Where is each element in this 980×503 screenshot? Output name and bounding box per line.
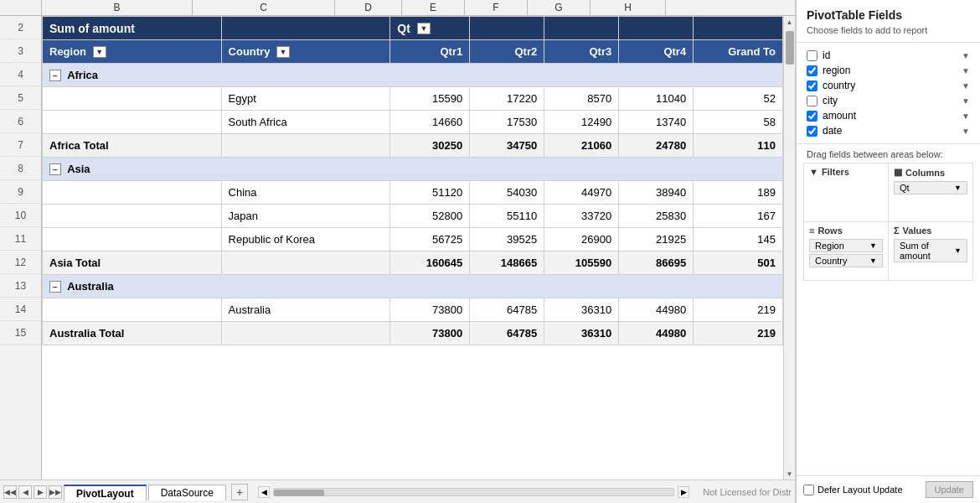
row-2: 2 [0, 16, 41, 39]
australia-qtr4: 44980 [619, 298, 694, 322]
field-id: id ▼ [807, 48, 970, 63]
field-city: city ▼ [807, 93, 970, 108]
columns-qt-chip[interactable]: Qt ▼ [894, 181, 967, 194]
field-date-checkbox[interactable] [807, 126, 818, 137]
scroll-up[interactable]: ▲ [784, 16, 796, 28]
japan-qtr2: 55110 [470, 205, 544, 228]
row-4: 4 [0, 63, 41, 86]
rows-country-chip[interactable]: Country ▼ [809, 254, 883, 267]
field-region-checkbox[interactable] [807, 65, 818, 76]
asia-total-row: Asia Total 160645 148665 105590 86695 50… [43, 252, 783, 275]
defer-label: Defer Layout Update [818, 485, 903, 495]
field-id-checkbox[interactable] [807, 50, 818, 61]
region-chip-dropdown[interactable]: ▼ [869, 241, 877, 250]
horizontal-scrollbar-area: ◀ ▶ [258, 486, 689, 498]
header-row: Region ▼ Country ▼ Qtr1 Qtr2 Qtr3 Qtr4 G… [43, 40, 783, 64]
field-city-dropdown[interactable]: ▼ [962, 96, 970, 106]
row-numbers: 2 3 4 5 6 7 8 9 10 11 12 13 14 15 [0, 16, 42, 480]
field-city-checkbox[interactable] [807, 96, 818, 106]
africa-total-qtr2: 34750 [470, 134, 544, 158]
australia-total-label: Australia Total [43, 322, 222, 345]
filters-icon: ▼ [809, 167, 818, 177]
asia-total-qtr3: 105590 [544, 252, 619, 275]
korea-row: Republic of Korea 56725 39525 26900 2192… [43, 228, 783, 252]
field-date-label: date [823, 125, 962, 137]
africa-expand[interactable]: − [49, 70, 61, 81]
qt-chip-dropdown[interactable]: ▼ [954, 184, 962, 192]
row-15: 15 [0, 321, 41, 345]
japan-country: Japan [221, 205, 390, 228]
tab-nav-next[interactable]: ▶ [34, 485, 47, 499]
col-b: B [42, 0, 193, 15]
vertical-scrollbar[interactable]: ▲ ▼ [783, 16, 795, 480]
australia-qtr2: 64785 [470, 298, 544, 322]
area-filters[interactable]: ▼ Filters [804, 163, 889, 222]
china-country: China [221, 181, 390, 205]
row-8: 8 [0, 157, 41, 180]
japan-gt: 167 [694, 205, 783, 228]
china-qtr1: 51120 [390, 181, 470, 205]
qtr2-header: Qtr2 [470, 40, 544, 64]
area-rows[interactable]: ≡ Rows Region ▼ Country ▼ [804, 222, 889, 281]
scroll-thumb[interactable] [786, 31, 794, 65]
pivot-title: Sum of amount [43, 17, 222, 40]
field-country-dropdown[interactable]: ▼ [962, 81, 970, 91]
japan-qtr3: 33720 [544, 205, 619, 228]
australia-total-qtr1: 73800 [390, 322, 470, 345]
row-3: 3 [0, 39, 41, 63]
country-dropdown[interactable]: ▼ [276, 46, 290, 58]
grand-total-header: Grand To [694, 40, 783, 64]
field-date-dropdown[interactable]: ▼ [962, 127, 970, 136]
defer-checkbox[interactable] [803, 485, 814, 495]
tab-nav-prev[interactable]: ◀ [18, 485, 32, 499]
south-africa-qtr4: 13740 [619, 111, 694, 134]
add-sheet-button[interactable]: + [231, 484, 248, 500]
field-country-checkbox[interactable] [807, 80, 818, 91]
qtr1-header: Qtr1 [390, 40, 470, 64]
country-chip-dropdown[interactable]: ▼ [869, 257, 877, 265]
hscroll-track[interactable] [273, 488, 674, 496]
area-columns[interactable]: ▦ Columns Qt ▼ [889, 163, 973, 222]
field-id-dropdown[interactable]: ▼ [962, 51, 970, 60]
australia-expand[interactable]: − [49, 281, 61, 293]
update-button[interactable]: Update [926, 481, 973, 498]
col-c: C [193, 0, 335, 15]
egypt-qtr2: 17220 [470, 87, 544, 111]
tab-nav-first[interactable]: ◀◀ [3, 485, 17, 499]
col-d: D [335, 0, 402, 15]
row-6: 6 [0, 110, 41, 133]
japan-qtr4: 25830 [619, 205, 694, 228]
country-header: Country ▼ [221, 40, 390, 64]
region-dropdown[interactable]: ▼ [93, 46, 106, 58]
japan-qtr1: 52800 [390, 205, 470, 228]
australia-label: Australia [67, 280, 114, 293]
asia-expand[interactable]: − [49, 163, 61, 175]
scroll-down[interactable]: ▼ [784, 468, 796, 480]
pivot-panel: PivotTable Fields Choose fields to add t… [796, 0, 980, 503]
field-amount-label: amount [823, 110, 962, 122]
hscroll-left[interactable]: ◀ [258, 486, 270, 498]
field-amount-checkbox[interactable] [807, 111, 818, 122]
south-africa-qtr2: 17530 [470, 111, 544, 134]
hscroll-right[interactable]: ▶ [678, 486, 689, 498]
sum-chip-dropdown[interactable]: ▼ [954, 246, 962, 255]
hscroll-thumb[interactable] [274, 490, 324, 496]
field-region-dropdown[interactable]: ▼ [962, 66, 970, 75]
qt-dropdown[interactable]: ▼ [417, 23, 431, 34]
columns-icon: ▦ [894, 167, 902, 178]
row-12: 12 [0, 251, 41, 274]
asia-total-qtr4: 86695 [619, 252, 694, 275]
tab-data-source[interactable]: DataSource [148, 485, 226, 500]
col-h: H [591, 0, 666, 15]
area-values[interactable]: Σ Values Sum of amount ▼ [889, 222, 973, 281]
australia-total-row: Australia Total 73800 64785 36310 44980 … [43, 322, 783, 345]
korea-qtr2: 39525 [470, 228, 544, 252]
australia-row: Australia 73800 64785 36310 44980 219 [43, 298, 783, 322]
rows-region-chip[interactable]: Region ▼ [809, 239, 883, 252]
tab-pivot-layout[interactable]: PivotLayout [64, 485, 147, 501]
row-5: 5 [0, 86, 41, 110]
tab-nav-last[interactable]: ▶▶ [49, 485, 62, 499]
field-amount-dropdown[interactable]: ▼ [962, 111, 970, 121]
title-row: Sum of amount Qt ▼ [43, 17, 783, 40]
values-sum-chip[interactable]: Sum of amount ▼ [894, 239, 967, 262]
